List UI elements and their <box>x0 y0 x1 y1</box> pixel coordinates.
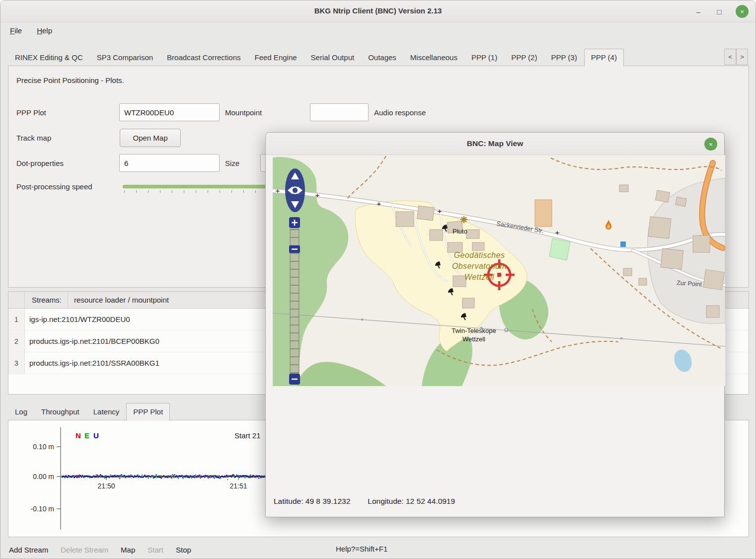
start-annotation: Start 21 <box>234 431 261 440</box>
tab-scroll-right-icon[interactable]: > <box>736 49 748 65</box>
benchmark-icon: + <box>555 228 560 237</box>
benchmark-icon: + <box>438 207 442 215</box>
streams-column-header: resource loader / mountpoint <box>68 292 169 308</box>
dot-properties-label: Dot-properties <box>16 159 64 167</box>
tab-throughput[interactable]: Throughput <box>34 403 86 420</box>
x-tick-label: 21:50 <box>97 482 115 490</box>
benchmark-icon: + <box>276 186 280 195</box>
tab-ppp-plot[interactable]: PPP Plot <box>126 403 170 421</box>
stream-row-number: 1 <box>8 309 25 330</box>
delete-stream-button: Delete Stream <box>61 546 108 554</box>
footer-toolbar: Add Stream Delete Stream Map Start Stop … <box>0 540 756 559</box>
titlebar[interactable]: BKG Ntrip Client (BNC) Version 2.13 – □ … <box>0 0 756 22</box>
dot-properties-input[interactable] <box>119 154 220 172</box>
map-label-observatory: Geodätisches <box>454 251 505 259</box>
map-symbol-omega: Ω <box>504 327 508 333</box>
post-processing-speed-label: Post-processing speed <box>16 182 92 191</box>
map-label-twin-telescope: Twin-Teleskope <box>452 327 496 334</box>
benchmark-icon: + <box>377 199 381 208</box>
maximize-button[interactable]: □ <box>715 7 724 16</box>
stream-mountpoint: products.igs-ip.net:2101/SSRA00BKG1 <box>25 359 159 367</box>
latitude-value: Latitude: 49 8 39.1232 <box>274 497 350 506</box>
start-button: Start <box>148 546 163 554</box>
main-tabbar: RINEX Editing & QC SP3 Comparison Broadc… <box>8 48 624 66</box>
tab-sp3-comparison[interactable]: SP3 Comparison <box>90 49 160 66</box>
map-blue-marker <box>620 241 626 247</box>
ppp-plot-label: PPP Plot <box>16 108 46 117</box>
tab-serial-output[interactable]: Serial Output <box>304 49 362 66</box>
stream-row-number: 2 <box>8 330 25 352</box>
streams-title: Streams: <box>25 296 68 304</box>
map-label-pluto: Pluto <box>453 228 467 235</box>
tab-broadcast-corrections[interactable]: Broadcast Corrections <box>160 49 247 66</box>
tab-rinex-editing-qc[interactable]: RINEX Editing & QC <box>8 49 90 66</box>
window-title: BKG Ntrip Client (BNC) Version 2.13 <box>0 6 756 15</box>
menubar: File Help <box>0 22 756 39</box>
mountpoint-input[interactable] <box>310 103 369 121</box>
map-button[interactable]: Map <box>121 546 135 554</box>
benchmark-icon: + <box>315 191 320 199</box>
tab-ppp-3[interactable]: PPP (3) <box>544 49 584 66</box>
help-hint: Help?=Shift+F1 <box>336 545 387 553</box>
mountpoint-label: Mountpoint <box>225 108 262 117</box>
legend-east: E <box>84 431 89 440</box>
bnc-window: BKG Ntrip Client (BNC) Version 2.13 – □ … <box>0 0 756 559</box>
tab-ppp-1[interactable]: PPP (1) <box>464 49 504 66</box>
close-button[interactable]: × <box>736 5 749 18</box>
open-map-button[interactable]: Open Map <box>120 129 181 147</box>
x-tick-label: 21:51 <box>229 482 247 490</box>
y-tick-label: -0.10 m <box>31 505 54 513</box>
map-tan-building <box>535 200 552 227</box>
y-tick-label: 0.00 m <box>33 473 54 480</box>
stop-button[interactable]: Stop <box>176 546 191 554</box>
legend-up: U <box>93 431 99 440</box>
stream-row-number: 3 <box>8 352 25 374</box>
viewpoint-icon <box>460 216 467 223</box>
map-label-observatory: Wettzell <box>464 273 494 281</box>
legend-north: N <box>76 431 81 440</box>
tab-outages[interactable]: Outages <box>361 49 403 66</box>
tab-ppp-4[interactable]: PPP (4) <box>584 49 624 67</box>
menu-file[interactable]: File <box>10 26 22 35</box>
audio-response-label: Audio response <box>374 108 426 117</box>
y-tick-label: 0.10 m <box>33 443 54 451</box>
map-view-canvas[interactable]: + + + + + Pluto <box>273 155 725 386</box>
coordinate-readout: Latitude: 49 8 39.1232 Longitude: 12 52 … <box>274 497 455 506</box>
map-label-twin-telescope: Wettzell <box>462 335 485 343</box>
track-map-label: Track map <box>16 134 51 142</box>
dialog-title: BNC: Map View <box>266 139 724 148</box>
stream-mountpoint: products.igs-ip.net:2101/BCEP00BKG0 <box>25 337 159 345</box>
tab-ppp-2[interactable]: PPP (2) <box>504 49 544 66</box>
longitude-value: Longitude: 12 52 44.0919 <box>368 497 455 506</box>
panel-description: Precise Point Positioning - Plots. <box>16 76 124 84</box>
map-zoom-control[interactable] <box>289 217 300 385</box>
map-view-dialog: BNC: Map View × <box>265 132 725 517</box>
map-meadow <box>549 239 570 260</box>
bottom-tabbar: Log Throughput Latency PPP Plot <box>8 402 170 420</box>
add-stream-button[interactable]: Add Stream <box>9 546 48 554</box>
minimize-button[interactable]: – <box>694 7 703 16</box>
streams-header-corner <box>8 292 25 308</box>
tab-miscellaneous[interactable]: Miscellaneous <box>403 49 464 66</box>
tab-latency[interactable]: Latency <box>86 403 127 420</box>
tab-log[interactable]: Log <box>8 403 34 420</box>
tab-feed-engine[interactable]: Feed Engine <box>248 49 304 66</box>
tab-scroll-left-icon[interactable]: < <box>724 49 736 65</box>
dialog-titlebar[interactable]: BNC: Map View × <box>266 133 724 155</box>
map-pan-control[interactable] <box>285 168 305 212</box>
menu-help[interactable]: Help <box>37 26 52 35</box>
size-label: Size <box>225 159 239 167</box>
map-label-observatory: Observatorium <box>452 262 507 270</box>
dialog-close-button[interactable]: × <box>704 138 717 151</box>
stream-mountpoint: igs-ip.net:2101/WTZR00DEU0 <box>25 315 130 323</box>
ppp-plot-input[interactable] <box>119 103 220 121</box>
